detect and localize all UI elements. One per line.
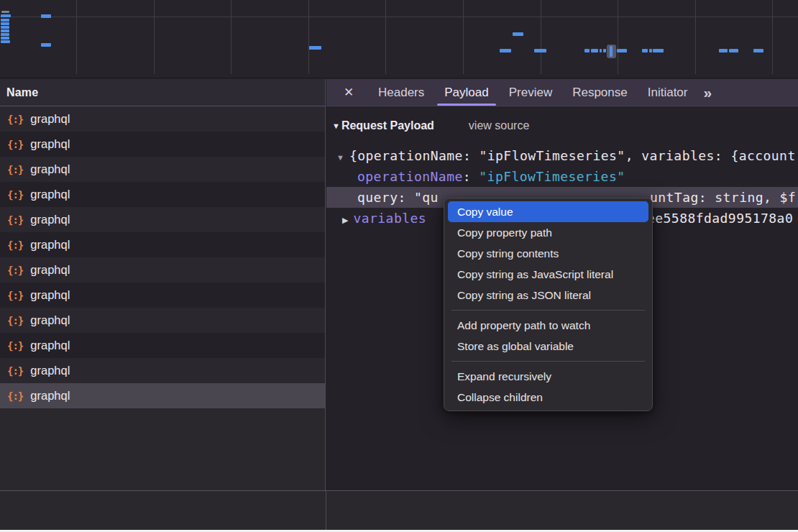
close-icon[interactable]: ✕ — [336, 85, 361, 100]
request-row[interactable]: {:}graphql — [0, 308, 325, 333]
request-row[interactable]: {:}graphql — [0, 358, 325, 383]
tree-text-tail: ee5588fdad995178a0 — [647, 208, 793, 229]
tab-headers[interactable]: Headers — [368, 79, 434, 106]
request-name-label: graphql — [30, 288, 70, 302]
header-row: Name ✕ HeadersPayloadPreviewResponseInit… — [0, 79, 798, 106]
menu-item-copy-property-path[interactable]: Copy property path — [444, 222, 652, 243]
request-row[interactable]: {:}graphql — [0, 207, 325, 232]
request-name-label: graphql — [30, 364, 70, 377]
request-timeline-bar — [649, 49, 652, 52]
tab-payload[interactable]: Payload — [434, 79, 498, 106]
request-row[interactable]: {:}graphql — [0, 106, 325, 132]
request-timeline-bar — [41, 43, 51, 47]
tab-preview[interactable]: Preview — [499, 79, 562, 106]
timeline-gridline — [541, 0, 541, 74]
footer-bar — [0, 490, 798, 530]
timeline-gridline — [76, 0, 77, 74]
timeline-gridline — [308, 0, 309, 74]
request-timeline-bar — [584, 49, 590, 52]
request-row[interactable]: {:}graphql — [0, 333, 325, 358]
request-timeline-bar — [534, 49, 546, 52]
request-timeline-bar — [1, 26, 9, 29]
request-timeline-bar — [753, 49, 763, 52]
request-row[interactable]: {:}graphql — [0, 232, 325, 257]
tree-text-string: "ipFlowTimeseries" — [479, 169, 625, 184]
tree-text-tail: untTag: string, $f — [650, 187, 796, 208]
request-timeline-bar — [500, 49, 511, 52]
request-name-label: graphql — [30, 313, 70, 327]
menu-item-copy-string-contents[interactable]: Copy string contents — [444, 243, 652, 264]
tree-text-key: operationName — [357, 169, 463, 184]
request-timeline-bar — [1, 33, 9, 36]
request-timeline-bar — [617, 49, 627, 52]
request-name-label: graphql — [30, 339, 70, 352]
main-split: {:}graphql{:}graphql{:}graphql{:}graphql… — [0, 106, 798, 491]
tree-text-plain: {operationName: "ipFlowTimeseries", vari… — [349, 148, 796, 163]
request-row[interactable]: {:}graphql — [0, 182, 325, 207]
network-overview-timeline[interactable] — [0, 0, 798, 78]
tree-text-key: variables — [353, 211, 426, 226]
section-collapse-triangle-icon[interactable]: ▼ — [332, 121, 340, 130]
request-name-label: graphql — [30, 389, 70, 403]
details-tabbar: ✕ HeadersPayloadPreviewResponseInitiator… — [326, 79, 798, 106]
column-header-name-label: Name — [6, 86, 38, 99]
json-braces-icon: {:} — [7, 390, 23, 402]
panel-divider — [326, 491, 326, 531]
more-tabs-chevron-icon[interactable]: » — [703, 84, 710, 101]
request-row[interactable]: {:}graphql — [0, 132, 325, 157]
timeline-gridline — [231, 0, 231, 74]
json-braces-icon: {:} — [7, 365, 23, 377]
timeline-gridline — [772, 0, 773, 74]
json-braces-icon: {:} — [7, 315, 23, 326]
request-timeline-bar — [513, 32, 523, 36]
request-row[interactable]: {:}graphql — [0, 283, 325, 308]
request-row[interactable]: {:}graphql — [0, 157, 325, 182]
request-timeline-bar — [1, 40, 10, 43]
tree-row[interactable]: operationName: "ipFlowTimeseries" — [326, 166, 798, 187]
request-name-label: graphql — [30, 213, 70, 226]
request-timeline-bar — [591, 49, 598, 52]
view-source-link[interactable]: view source — [469, 119, 529, 132]
menu-item-expand-recursively[interactable]: Expand recursively — [444, 366, 652, 387]
tab-initiator[interactable]: Initiator — [638, 79, 698, 106]
request-timeline-bar — [729, 49, 738, 52]
menu-item-add-property-path-to-watch[interactable]: Add property path to watch — [444, 315, 652, 336]
timeline-gridline — [154, 0, 155, 74]
request-timeline-bar — [642, 49, 648, 52]
json-braces-icon: {:} — [7, 290, 23, 301]
tree-text-plain: : — [463, 169, 480, 184]
request-timeline-bar — [1, 37, 9, 40]
menu-item-copy-value[interactable]: Copy value — [448, 201, 648, 222]
column-header-name[interactable]: Name — [0, 79, 326, 106]
json-braces-icon: {:} — [7, 164, 23, 175]
request-name-label: graphql — [30, 263, 70, 277]
tab-response[interactable]: Response — [562, 79, 638, 106]
menu-item-copy-string-as-json-literal[interactable]: Copy string as JSON literal — [444, 285, 652, 306]
json-braces-icon: {:} — [7, 340, 23, 352]
request-row[interactable]: {:}graphql — [0, 257, 325, 283]
menu-item-store-as-global-variable[interactable]: Store as global variable — [444, 336, 652, 357]
menu-item-copy-string-as-javascript-literal[interactable]: Copy string as JavaScript literal — [444, 264, 652, 285]
request-payload-title: Request Payload — [341, 119, 434, 132]
collapsed-triangle-icon[interactable]: ▶ — [342, 216, 348, 224]
request-timeline-bar — [1, 14, 11, 17]
json-braces-icon: {:} — [7, 114, 23, 125]
devtools-network-panel: Name ✕ HeadersPayloadPreviewResponseInit… — [0, 0, 798, 532]
request-name-label: graphql — [30, 188, 70, 201]
json-braces-icon: {:} — [7, 239, 23, 251]
request-row-selected[interactable]: {:}graphql — [0, 383, 325, 408]
request-timeline-bar — [603, 49, 606, 52]
request-payload-section-header: ▼ Request Payload view source — [326, 106, 798, 135]
json-braces-icon: {:} — [7, 189, 23, 201]
timeline-gridline — [695, 0, 696, 74]
request-name-label: graphql — [30, 238, 70, 252]
request-timeline-bar — [1, 19, 9, 22]
timeline-gridline — [463, 0, 464, 74]
menu-item-collapse-children[interactable]: Collapse children — [444, 387, 652, 408]
context-menu: Copy valueCopy property pathCopy string … — [444, 198, 653, 411]
json-braces-icon: {:} — [7, 139, 23, 150]
tree-row[interactable]: ▼{operationName: "ipFlowTimeseries", var… — [326, 145, 798, 166]
tree-text-plain: query: "qu — [357, 190, 439, 205]
expanded-triangle-icon[interactable]: ▼ — [336, 153, 344, 162]
timeline-gridline — [0, 17, 798, 17]
